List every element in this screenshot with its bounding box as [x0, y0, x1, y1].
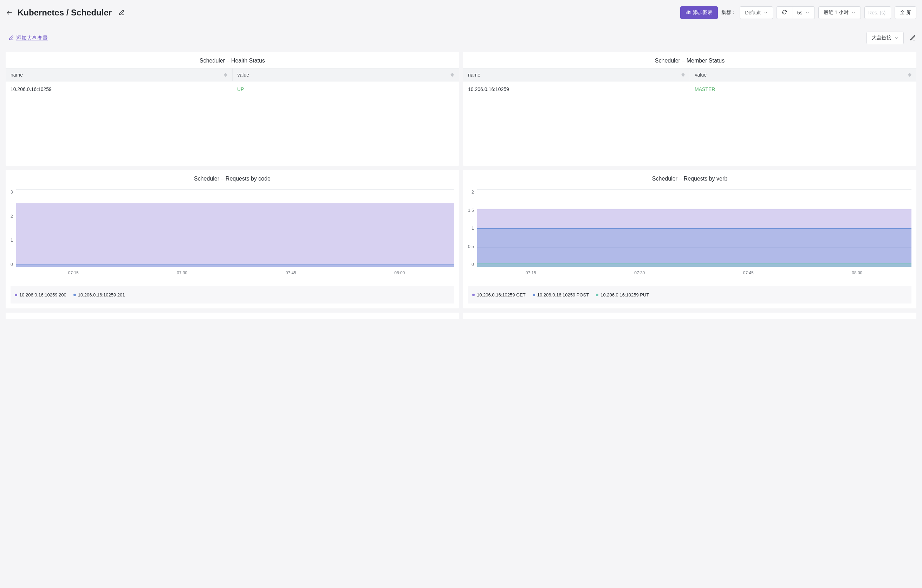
panel-requests-by-verb: Scheduler – Requests by verb 21.510.50 0…	[463, 170, 916, 309]
x-tick: 07:30	[634, 271, 645, 275]
second-bar: 添加大盘变量 大盘链接	[6, 32, 916, 44]
chart-legend: 10.206.0.16:10259 20010.206.0.16:10259 2…	[11, 286, 454, 304]
y-tick: 1	[11, 238, 13, 243]
time-range-value: 最近 1 小时	[824, 10, 849, 16]
x-axis: 07:1507:3007:4508:00	[476, 271, 911, 275]
x-tick: 08:00	[394, 271, 405, 275]
table-header: name value	[463, 68, 916, 82]
y-tick: 0	[472, 262, 474, 267]
x-tick: 07:15	[68, 271, 79, 275]
panel-health-status: Scheduler – Health Status name value	[6, 52, 459, 166]
cluster-label: 集群：	[721, 10, 736, 16]
header-right: 添加图表 集群： Default 5s	[680, 7, 916, 19]
back-icon[interactable]	[6, 9, 13, 16]
refresh-interval-select[interactable]: 5s	[792, 7, 815, 19]
legend-item[interactable]: 10.206.0.16:10259 PUT	[596, 289, 649, 300]
panel-requests-by-code: Scheduler – Requests by code 3210 07:150…	[6, 170, 459, 309]
cell-value: MASTER	[690, 82, 916, 97]
panel-placeholder	[463, 313, 916, 319]
panel-grid: Scheduler – Health Status name value	[6, 52, 916, 319]
cluster-value: Default	[745, 10, 760, 15]
table-row: 10.206.0.16:10259 UP	[6, 82, 459, 97]
add-chart-button[interactable]: 添加图表	[680, 7, 718, 19]
x-tick: 08:00	[852, 271, 862, 275]
panel-title: Scheduler – Health Status	[6, 52, 459, 68]
svg-rect-1	[686, 12, 687, 14]
svg-marker-5	[224, 75, 227, 77]
header-bar: Kubernetes / Scheduler 添加图表 集群： Default	[6, 7, 916, 19]
refresh-button[interactable]	[777, 7, 792, 19]
series-area	[477, 228, 911, 267]
sort-icon	[908, 73, 911, 77]
y-tick: 1.5	[468, 208, 474, 213]
chevron-down-icon	[805, 11, 809, 15]
legend-dot-icon	[472, 294, 475, 296]
chart-legend: 10.206.0.16:10259 GET10.206.0.16:10259 P…	[468, 286, 911, 304]
svg-marker-11	[908, 75, 911, 77]
dashboard-link-select[interactable]: 大盘链接	[866, 32, 904, 44]
page-title: Kubernetes / Scheduler	[18, 8, 112, 18]
y-tick: 0.5	[468, 244, 474, 249]
table-body: 10.206.0.16:10259 UP	[6, 82, 459, 166]
legend-dot-icon	[596, 294, 598, 296]
y-tick: 2	[11, 214, 13, 219]
svg-rect-3	[689, 11, 690, 14]
chevron-down-icon	[763, 11, 768, 15]
sort-icon	[450, 73, 454, 77]
panel-title: Scheduler – Requests by verb	[463, 170, 916, 186]
legend-label: 10.206.0.16:10259 GET	[477, 292, 526, 297]
legend-dot-icon	[74, 294, 76, 296]
fullscreen-button[interactable]: 全 屏	[894, 7, 916, 19]
edit-dashboard-icon[interactable]	[909, 34, 916, 41]
add-variable-link[interactable]: 添加大盘变量	[6, 34, 48, 41]
chevron-down-icon	[852, 11, 856, 15]
legend-label: 10.206.0.16:10259 201	[78, 292, 125, 297]
add-chart-icon	[685, 10, 691, 16]
cell-name: 10.206.0.16:10259	[463, 82, 690, 97]
sort-icon	[224, 73, 227, 77]
second-bar-right: 大盘链接	[866, 32, 916, 44]
legend-item[interactable]: 10.206.0.16:10259 POST	[533, 289, 589, 300]
series-area	[16, 265, 454, 267]
time-range-select[interactable]: 最近 1 小时	[818, 7, 861, 19]
x-tick: 07:30	[177, 271, 187, 275]
panel-title: Scheduler – Member Status	[463, 52, 916, 68]
refresh-interval-value: 5s	[797, 10, 803, 15]
series-area	[477, 263, 911, 267]
legend-dot-icon	[15, 294, 17, 296]
edit-icon	[8, 34, 15, 41]
cluster-select[interactable]: Default	[740, 7, 773, 19]
header-left: Kubernetes / Scheduler	[6, 8, 125, 18]
svg-rect-2	[688, 11, 689, 14]
series-area	[16, 203, 454, 267]
dashboard-link-label: 大盘链接	[872, 35, 891, 41]
svg-marker-7	[450, 75, 454, 77]
y-tick: 0	[11, 262, 13, 267]
legend-item[interactable]: 10.206.0.16:10259 201	[74, 289, 125, 300]
fullscreen-label: 全 屏	[900, 10, 911, 16]
plot-area[interactable]	[16, 189, 454, 267]
cell-value: UP	[232, 82, 459, 97]
table-body: 10.206.0.16:10259 MASTER	[463, 82, 916, 166]
legend-item[interactable]: 10.206.0.16:10259 200	[15, 289, 66, 300]
panel-title: Scheduler – Requests by code	[6, 170, 459, 186]
resolution-input[interactable]	[865, 7, 891, 19]
column-header-value[interactable]: value	[690, 69, 917, 81]
plot-area[interactable]	[477, 189, 911, 267]
y-tick: 2	[472, 189, 474, 194]
edit-title-icon[interactable]	[118, 9, 125, 16]
add-chart-label: 添加图表	[693, 10, 713, 16]
x-tick: 07:45	[286, 271, 296, 275]
column-header-name[interactable]: name	[463, 69, 690, 81]
sort-icon	[681, 73, 685, 77]
legend-item[interactable]: 10.206.0.16:10259 GET	[472, 289, 526, 300]
x-tick: 07:45	[743, 271, 754, 275]
x-tick: 07:15	[526, 271, 536, 275]
column-header-value[interactable]: value	[233, 69, 459, 81]
panel-member-status: Scheduler – Member Status name value	[463, 52, 916, 166]
legend-label: 10.206.0.16:10259 PUT	[600, 292, 649, 297]
cell-name: 10.206.0.16:10259	[6, 82, 232, 97]
legend-label: 10.206.0.16:10259 POST	[537, 292, 589, 297]
column-header-name[interactable]: name	[6, 69, 233, 81]
y-tick: 1	[472, 226, 474, 231]
